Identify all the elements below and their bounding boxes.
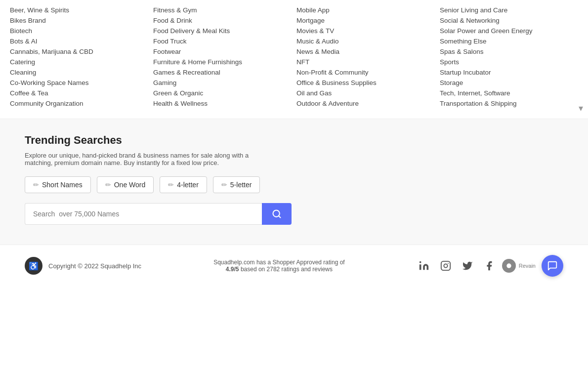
category-music-audio[interactable]: Music & Audio (296, 36, 435, 46)
trending-section: Trending Searches Explore our unique, ha… (0, 119, 588, 245)
category-spas-salons[interactable]: Spas & Salons (440, 46, 578, 57)
category-sports[interactable]: Sports (440, 57, 578, 67)
svg-point-4 (444, 264, 447, 267)
tag-5-letter-label: 5-letter (230, 181, 252, 189)
instagram-icon[interactable] (439, 259, 453, 273)
tag-4-letter[interactable]: ✏ 4-letter (160, 176, 207, 193)
svg-point-6 (506, 263, 511, 268)
scroll-down-icon: ▾ (579, 103, 583, 114)
category-outdoor-adventure[interactable]: Outdoor & Adventure (296, 98, 435, 109)
category-mortgage[interactable]: Mortgage (296, 15, 435, 26)
category-coffee-tea[interactable]: Coffee & Tea (10, 88, 148, 98)
categories-col4: Senior Living and Care Social & Networki… (440, 5, 578, 109)
tag-short-names[interactable]: ✏ Short Names (25, 176, 91, 193)
footer-rating: Squadhelp.com has a Shopper Approved rat… (213, 259, 345, 273)
categories-col2: Fitness & Gym Food & Drink Food Delivery… (153, 5, 292, 109)
category-furniture[interactable]: Furniture & Home Furnishings (153, 57, 292, 67)
category-tech-internet[interactable]: Tech, Internet, Software (440, 88, 578, 98)
category-catering[interactable]: Catering (10, 57, 148, 67)
svg-line-1 (279, 216, 281, 218)
svg-point-2 (420, 261, 421, 263)
category-biotech[interactable]: Biotech (10, 26, 148, 36)
tag-5-letter[interactable]: ✏ 5-letter (213, 176, 260, 193)
twitter-icon[interactable] (461, 259, 474, 273)
category-beer-wine-spirits[interactable]: Beer, Wine & Spirits (10, 5, 148, 15)
category-oil-gas[interactable]: Oil and Gas (296, 88, 435, 98)
category-fitness-gym[interactable]: Fitness & Gym (153, 5, 292, 15)
category-food-drink[interactable]: Food & Drink (153, 15, 292, 26)
category-social-networking[interactable]: Social & Networking (440, 15, 578, 26)
footer-copyright: Copyright © 2022 Squadhelp Inc (48, 262, 141, 270)
category-movies-tv[interactable]: Movies & TV (296, 26, 435, 36)
category-solar-power[interactable]: Solar Power and Green Energy (440, 26, 578, 36)
category-coworking[interactable]: Co-Working Space Names (10, 78, 148, 88)
pencil-icon-one-word: ✏ (105, 181, 111, 189)
revain-label: Revain (519, 263, 536, 269)
category-nft[interactable]: NFT (296, 57, 435, 67)
categories-section: Beer, Wine & Spirits Bikes Brand Biotech… (0, 0, 588, 119)
category-storage[interactable]: Storage (440, 78, 578, 88)
pencil-icon-5-letter: ✏ (221, 181, 227, 189)
tag-4-letter-label: 4-letter (177, 181, 199, 189)
chat-icon (547, 260, 558, 271)
category-transportation[interactable]: Transportation & Shipping (440, 98, 578, 109)
trending-description: Explore our unique, hand-picked brand & … (25, 152, 272, 166)
trending-tags: ✏ Short Names ✏ One Word ✏ 4-letter ✏ 5-… (25, 176, 563, 193)
search-input[interactable] (25, 203, 262, 225)
revain-badge: Revain (502, 259, 536, 273)
category-news-media[interactable]: News & Media (296, 46, 435, 57)
category-something-else[interactable]: Something Else (440, 36, 578, 46)
category-cannabis[interactable]: Cannabis, Marijuana & CBD (10, 46, 148, 57)
revain-logo-icon (502, 259, 516, 273)
category-nonprofit[interactable]: Non-Profit & Community (296, 67, 435, 78)
categories-col1: Beer, Wine & Spirits Bikes Brand Biotech… (10, 5, 148, 109)
category-games-recreational[interactable]: Games & Recreational (153, 67, 292, 78)
chat-button[interactable] (542, 255, 563, 277)
pencil-icon-short: ✏ (33, 181, 39, 189)
rating-text: Squadhelp.com has a Shopper Approved rat… (213, 259, 345, 266)
search-button[interactable] (262, 203, 292, 225)
trending-title: Trending Searches (25, 134, 563, 147)
svg-point-5 (448, 263, 449, 264)
category-footwear[interactable]: Footwear (153, 46, 292, 57)
tag-short-names-label: Short Names (42, 181, 83, 189)
category-gaming[interactable]: Gaming (153, 78, 292, 88)
search-icon (272, 209, 282, 219)
category-cleaning[interactable]: Cleaning (10, 67, 148, 78)
category-food-delivery[interactable]: Food Delivery & Meal Kits (153, 26, 292, 36)
category-startup-incubator[interactable]: Startup Incubator (440, 67, 578, 78)
tag-one-word-label: One Word (114, 181, 146, 189)
accessibility-icon: ♿ (29, 261, 39, 271)
rating-suffix: based on 2782 ratings and reviews (241, 266, 333, 273)
category-community-org[interactable]: Community Organization (10, 98, 148, 109)
linkedin-icon[interactable] (417, 259, 431, 273)
social-links (417, 259, 496, 273)
category-food-truck[interactable]: Food Truck (153, 36, 292, 46)
category-green-organic[interactable]: Green & Organic (153, 88, 292, 98)
footer: ♿ Copyright © 2022 Squadhelp Inc Squadhe… (0, 245, 588, 287)
pencil-icon-4-letter: ✏ (168, 181, 174, 189)
accessibility-button[interactable]: ♿ (25, 257, 42, 275)
category-health-wellness[interactable]: Health & Wellness (153, 98, 292, 109)
svg-rect-3 (441, 261, 450, 270)
categories-col3: Mobile App Mortgage Movies & TV Music & … (296, 5, 435, 109)
category-bikes-brand[interactable]: Bikes Brand (10, 15, 148, 26)
categories-grid: Beer, Wine & Spirits Bikes Brand Biotech… (10, 5, 578, 109)
tag-one-word[interactable]: ✏ One Word (97, 176, 154, 193)
category-senior-living[interactable]: Senior Living and Care (440, 5, 578, 15)
search-bar (25, 203, 292, 225)
category-office-supplies[interactable]: Office & Business Supplies (296, 78, 435, 88)
facebook-icon[interactable] (482, 259, 496, 273)
rating-value: 4.9/5 (226, 266, 239, 273)
category-bots-ai[interactable]: Bots & AI (10, 36, 148, 46)
category-mobile-app[interactable]: Mobile App (296, 5, 435, 15)
